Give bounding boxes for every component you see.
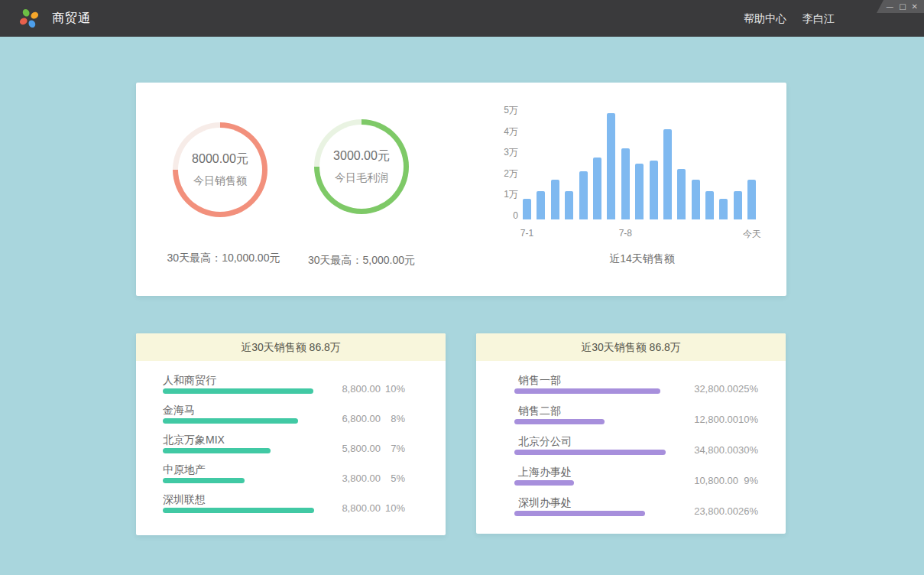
maximize-icon[interactable]: □	[899, 3, 906, 11]
y-axis-tick: 1万	[488, 189, 518, 200]
window-controls: — □ ✕	[877, 0, 924, 13]
item-bar	[514, 450, 666, 455]
overview-card: 8000.00元 今日销售额 30天最高：10,000.00元 3000.00元…	[136, 83, 786, 296]
item-bar	[514, 511, 645, 516]
sales-day-bar	[692, 180, 700, 219]
list-item: 上海办事处10,800.009%	[476, 466, 786, 496]
x-axis-tick: 7-8	[595, 228, 656, 239]
item-amount: 8,800.00	[312, 502, 381, 514]
item-bar	[163, 388, 313, 394]
item-label: 北京分公司	[518, 435, 572, 449]
sales-day-bar	[677, 169, 686, 219]
help-center-link[interactable]: 帮助中心	[744, 0, 786, 37]
sales-14d-yaxis: 5万4万3万2万1万0	[488, 110, 518, 225]
app-header: 商贸通 帮助中心 李白江 — □ ✕	[0, 0, 924, 37]
customers-panel: 近30天销售额 86.8万 人和商贸行8,800.0010%金海马6,800.0…	[136, 333, 446, 535]
item-label: 北京万象MIX	[163, 434, 225, 447]
app-title: 商贸通	[52, 0, 91, 37]
item-percent: 25%	[732, 383, 758, 395]
sales-14d-chart-title: 近14天销售额	[523, 252, 761, 266]
item-label: 中原地产	[163, 463, 206, 477]
y-axis-tick: 2万	[488, 168, 518, 179]
item-percent: 8%	[379, 413, 405, 424]
customers-panel-body: 人和商贸行8,800.0010%金海马6,800.008%北京万象MIX5,80…	[136, 361, 446, 523]
item-percent: 10%	[379, 383, 405, 395]
today-profit-donut: 3000.00元 今日毛利润	[314, 119, 409, 214]
list-item: 深圳联想8,800.0010%	[136, 493, 446, 523]
list-item: 北京万象MIX5,800.007%	[136, 434, 446, 463]
close-icon[interactable]: ✕	[912, 3, 918, 11]
list-item: 中原地产3,800.005%	[136, 463, 446, 493]
sales-day-bar	[621, 148, 630, 220]
departments-panel: 近30天销售额 86.8万 销售一部32,800.0025%销售二部12,800…	[476, 333, 786, 534]
profit-30d-max-label: 30天最高：5,000.00元	[274, 254, 449, 268]
x-axis-tick: 7-1	[497, 228, 558, 239]
today-sales-donut: 8000.00元 今日销售额	[173, 122, 267, 217]
item-amount: 34,800.00	[669, 444, 738, 456]
item-percent: 10%	[732, 414, 758, 425]
departments-panel-body: 销售一部32,800.0025%销售二部12,800.0010%北京分公司34,…	[476, 361, 786, 527]
sales-day-bar	[650, 161, 658, 219]
item-percent: 26%	[732, 505, 758, 517]
today-profit-caption: 今日毛利润	[335, 171, 388, 185]
item-percent: 10%	[379, 502, 405, 514]
sales-day-bar	[747, 180, 756, 219]
app-window: 商贸通 帮助中心 李白江 — □ ✕ 8000.00元 今日销售额 30天最高：…	[0, 0, 924, 575]
item-bar	[514, 480, 574, 486]
sales-14d-bars	[523, 110, 761, 219]
sales-day-bar	[635, 164, 644, 219]
item-percent: 5%	[379, 473, 405, 484]
sales-day-bar	[705, 191, 714, 219]
item-percent: 9%	[732, 475, 758, 486]
app-logo-pinwheel-icon	[18, 8, 40, 29]
list-item: 销售一部32,800.0025%	[476, 374, 786, 404]
sales-day-bar	[523, 199, 531, 220]
item-label: 人和商贸行	[163, 374, 216, 388]
item-label: 销售一部	[518, 374, 561, 388]
today-profit-value: 3000.00元	[333, 148, 390, 164]
item-amount: 3,800.00	[312, 473, 381, 484]
sales-day-bar	[663, 129, 672, 219]
list-item: 北京分公司34,800.0030%	[476, 435, 786, 466]
item-label: 销售二部	[518, 404, 561, 418]
item-amount: 12,800.00	[669, 414, 738, 425]
customers-panel-title: 近30天销售额 86.8万	[136, 333, 446, 361]
x-axis-tick: 今天	[721, 228, 783, 241]
item-label: 上海办事处	[518, 466, 572, 479]
item-percent: 7%	[379, 443, 405, 454]
item-amount: 32,800.00	[669, 383, 738, 395]
item-label: 深圳办事处	[518, 496, 572, 510]
sales-day-bar	[579, 171, 588, 219]
y-axis-tick: 4万	[488, 126, 518, 137]
minimize-icon[interactable]: —	[886, 3, 893, 11]
item-amount: 5,800.00	[312, 443, 381, 454]
list-item: 金海马6,800.008%	[136, 404, 446, 434]
sales-day-bar	[719, 199, 728, 220]
item-amount: 10,800.00	[669, 475, 738, 486]
sales-day-bar	[551, 180, 559, 219]
sales-day-bar	[734, 191, 742, 219]
item-bar	[514, 388, 660, 394]
list-item: 销售二部12,800.0010%	[476, 404, 786, 435]
sales-day-bar	[593, 158, 601, 219]
item-bar	[163, 448, 271, 453]
item-bar	[163, 508, 314, 513]
list-item: 人和商贸行8,800.0010%	[136, 374, 446, 404]
item-bar	[514, 419, 605, 424]
item-bar	[163, 418, 298, 424]
list-item: 深圳办事处23,800.0026%	[476, 496, 786, 527]
today-profit-donut-center: 3000.00元 今日毛利润	[319, 125, 404, 209]
item-amount: 6,800.00	[312, 413, 381, 424]
item-amount: 23,800.00	[669, 505, 738, 517]
y-axis-tick: 5万	[488, 105, 518, 115]
item-bar	[163, 478, 245, 483]
item-label: 金海马	[163, 404, 195, 417]
sales-14d-chart: 5万4万3万2万1万0 近14天销售额 7-17-8今天	[488, 110, 786, 272]
username-link[interactable]: 李白江	[802, 0, 835, 37]
sales-day-bar	[607, 113, 615, 219]
item-percent: 30%	[732, 444, 758, 456]
y-axis-tick: 3万	[488, 147, 518, 158]
item-amount: 8,800.00	[312, 383, 381, 395]
today-sales-value: 8000.00元	[192, 151, 248, 167]
sales-day-bar	[537, 191, 545, 219]
